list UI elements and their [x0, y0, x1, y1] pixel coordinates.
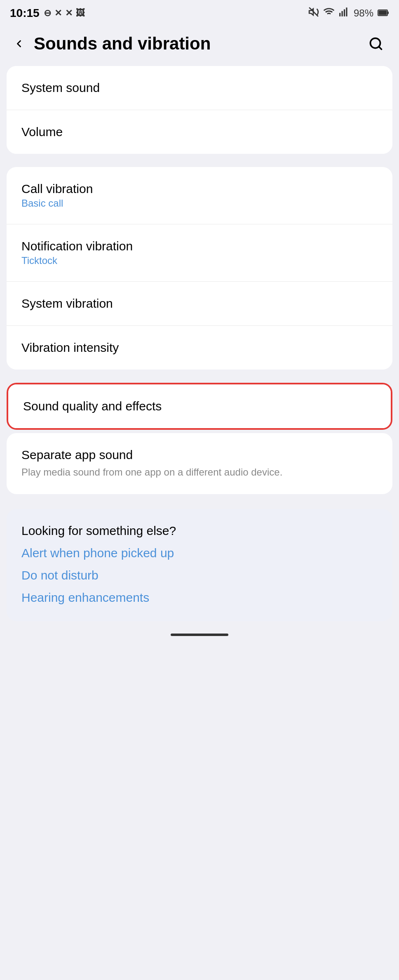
image-icon: 🖼 [76, 8, 85, 19]
card-section-1: System sound Volume [7, 66, 392, 154]
battery-icon [378, 7, 389, 19]
page-header: Sounds and vibration [0, 25, 399, 63]
svg-rect-7 [387, 12, 389, 14]
signal-icon [339, 7, 350, 20]
dnd-icon: ⊖ [44, 8, 51, 19]
page-title: Sounds and vibration [34, 34, 211, 54]
hearing-enhancements-link[interactable]: Hearing enhancements [21, 591, 378, 605]
card-section-3: Separate app sound Play media sound from… [7, 433, 392, 494]
sound-quality-item[interactable]: Sound quality and effects [8, 384, 391, 428]
status-time: 10:15 [10, 7, 40, 20]
svg-rect-2 [339, 13, 340, 16]
system-vibration-title: System vibration [21, 297, 113, 311]
search-button[interactable] [365, 33, 387, 54]
svg-rect-8 [379, 11, 387, 15]
home-indicator [171, 634, 228, 636]
call-vibration-item[interactable]: Call vibration Basic call [7, 167, 392, 224]
call-vibration-subtitle: Basic call [21, 198, 93, 209]
system-sound-item[interactable]: System sound [7, 66, 392, 110]
status-right-icons: 98% [308, 6, 389, 20]
wifi-icon [323, 6, 335, 20]
svg-rect-4 [344, 9, 345, 16]
volume-title: Volume [21, 125, 63, 139]
svg-rect-3 [341, 11, 343, 16]
sound-quality-title: Sound quality and effects [23, 399, 162, 413]
sound-quality-card[interactable]: Sound quality and effects [7, 383, 392, 430]
back-button[interactable] [8, 33, 30, 54]
system-vibration-item[interactable]: System vibration [7, 282, 392, 326]
svg-rect-5 [346, 7, 347, 16]
status-left-icons: ⊖ ✕ ✕ 🖼 [44, 8, 85, 19]
separate-app-sound-title: Separate app sound [21, 448, 282, 462]
looking-title: Looking for something else? [21, 524, 378, 538]
looking-section: Looking for something else? Alert when p… [7, 509, 392, 621]
separate-app-sound-item[interactable]: Separate app sound Play media sound from… [7, 433, 392, 494]
x-icon-1: ✕ [54, 8, 62, 19]
do-not-disturb-link[interactable]: Do not disturb [21, 568, 378, 582]
x-icon-2: ✕ [65, 8, 73, 19]
system-sound-title: System sound [21, 81, 100, 95]
notification-vibration-item[interactable]: Notification vibration Ticktock [7, 224, 392, 282]
notification-vibration-title: Notification vibration [21, 239, 133, 253]
call-vibration-title: Call vibration [21, 182, 93, 196]
card-section-2: Call vibration Basic call Notification v… [7, 167, 392, 370]
separate-app-sound-desc: Play media sound from one app on a diffe… [21, 465, 282, 479]
vibration-intensity-title: Vibration intensity [21, 341, 119, 355]
volume-item[interactable]: Volume [7, 110, 392, 154]
battery-percent: 98% [354, 7, 373, 19]
mute-icon [308, 7, 319, 20]
status-bar: 10:15 ⊖ ✕ ✕ 🖼 [0, 0, 399, 25]
alert-phone-link[interactable]: Alert when phone picked up [21, 546, 378, 560]
vibration-intensity-item[interactable]: Vibration intensity [7, 326, 392, 370]
notification-vibration-subtitle: Ticktock [21, 255, 133, 266]
svg-line-10 [379, 47, 382, 49]
